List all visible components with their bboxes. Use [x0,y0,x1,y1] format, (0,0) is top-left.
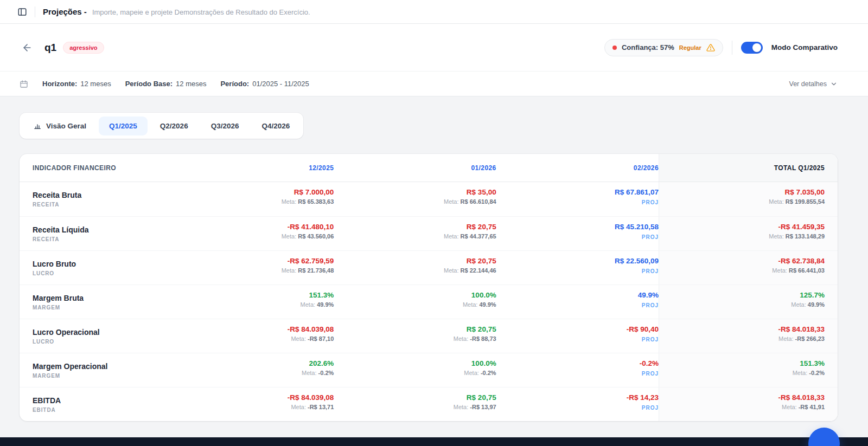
divider [732,41,732,55]
proj-badge: PROJ [496,337,659,342]
details-button[interactable]: Ver detalhes [789,80,838,88]
period-tabs: Visão Geral Q1/2025 Q2/2026 Q3/2026 Q4/2… [20,113,303,139]
tab-q3-2026[interactable]: Q3/2026 [201,117,250,135]
top-bar: Projeções - Importe, mapeie e projete De… [0,0,868,24]
meta-value: -R$ 13,71 [308,404,334,410]
meta-value: -0.2% [481,370,496,376]
indicator-category: RECEITA [33,202,171,208]
cell-value: R$ 20,75 [334,393,496,402]
indicator-cell: Receita Líquida RECEITA [20,219,171,248]
meta-label: Meta: [793,370,808,376]
meta-value: -R$ 41,91 [799,404,825,410]
table-header: INDICADOR FINANCEIRO 12/2025 01/2026 02/… [20,154,838,182]
meta-value: R$ 43.560,06 [298,233,334,240]
value-cell: 49.9% PROJ [496,285,659,319]
meta-line: Meta: -R$ 13,97 [334,404,496,410]
tab-q2-2026[interactable]: Q2/2026 [150,117,199,135]
meta-line: Meta: R$ 43.560,06 [171,233,334,240]
table-row: Receita Bruta RECEITA R$ 7.000,00 Meta: … [20,182,838,216]
confidence-dot-icon [612,46,617,50]
tab-q4-2026[interactable]: Q4/2026 [251,117,300,135]
table-row: Receita Líquida RECEITA -R$ 41.480,10 Me… [20,216,838,250]
meta-line: Meta: 49.9% [334,301,496,308]
indicator-cell: Lucro Operacional LUCRO [20,322,171,351]
meta-label: Meta: [291,404,306,410]
chevron-down-icon [830,80,838,88]
indicator-name: Receita Líquida [33,225,171,234]
value-cell: R$ 45.210,58 PROJ [496,217,659,250]
base-period-label: Período Base: [125,80,173,88]
indicator-name: Margem Operacional [33,362,171,371]
meta-label: Meta: [444,267,459,274]
indicator-name: Margem Bruta [33,294,171,302]
meta-label: Meta: [463,301,478,308]
column-header-month-1: 12/2025 [171,164,334,172]
value-cell: R$ 20,75 Meta: R$ 44.377,65 [334,217,496,250]
value-cell: R$ 7.000,00 Meta: R$ 65.383,63 [171,182,334,216]
fab-button[interactable] [808,428,840,446]
value-cell: R$ 20,75 Meta: R$ 22.144,46 [334,251,496,285]
confidence-label: Confiança: 57% [622,43,674,51]
meta-line: Meta: -R$ 87,10 [171,335,334,342]
confidence-status: Regular [679,44,701,51]
proj-badge: PROJ [496,405,659,411]
value-cell: -0.2% PROJ [496,353,659,387]
cell-value: R$ 67.861,07 [496,188,659,196]
tab-q1-2025[interactable]: Q1/2025 [99,117,148,135]
tab-label: Q1/2025 [109,122,137,130]
value-cell: -R$ 14,23 PROJ [496,387,659,421]
meta-label: Meta: [282,233,297,240]
indicator-cell: Margem Operacional MARGEM [20,356,171,385]
meta-label: Meta: [282,198,297,205]
meta-line: Meta: R$ 44.377,65 [334,233,496,240]
value-cell: 202.6% Meta: -0.2% [171,353,334,387]
meta-label: Meta: [454,335,469,342]
value-cell: 151.3% Meta: 49.9% [171,285,334,319]
horizon-label: Horizonte: [42,80,77,88]
meta-line: Meta: -R$ 41,91 [659,404,825,410]
table-row: EBITDA EBITDA -R$ 84.039,08 Meta: -R$ 13… [20,387,838,421]
table-row: Margem Operacional MARGEM 202.6% Meta: -… [20,353,838,387]
meta-label: Meta: [444,233,459,240]
tab-label: Q2/2026 [160,122,188,130]
value-cell: R$ 35,00 Meta: R$ 66.610,84 [334,182,496,216]
indicator-category: LUCRO [33,339,171,345]
value-cell: 100.0% Meta: 49.9% [334,285,496,319]
indicator-category: MARGEM [33,305,171,311]
base-period-value: 12 meses [176,80,206,88]
main-content: Visão Geral Q1/2025 Q2/2026 Q3/2026 Q4/2… [0,96,868,421]
calendar-icon [20,80,28,88]
meta-value: R$ 66.610,84 [461,198,496,205]
value-cell: 100.0% Meta: -0.2% [334,353,496,387]
value-cell: -R$ 84.018,33 Meta: -R$ 41,91 [659,387,838,421]
back-button[interactable] [20,40,35,55]
value-cell: -R$ 84.018,33 Meta: -R$ 266,23 [659,319,838,353]
meta-label: Meta: [301,301,316,308]
tab-visao-geral[interactable]: Visão Geral [23,116,97,135]
meta-line: Meta: -R$ 266,23 [659,335,825,342]
cell-value: R$ 20,75 [334,325,496,333]
cell-value: -R$ 41.459,35 [659,223,825,231]
cell-value: R$ 22.560,09 [496,257,659,265]
details-label: Ver detalhes [789,80,827,88]
horizon-value: 12 meses [80,80,111,88]
column-header-total: TOTAL Q1/2025 [659,154,838,182]
cell-value: -R$ 14,23 [496,393,659,402]
table-row: Lucro Bruto LUCRO -R$ 62.759,59 Meta: R$… [20,250,838,285]
horizon-item: Horizonte: 12 meses [42,80,111,88]
value-cell: -R$ 84.039,08 Meta: -R$ 13,71 [171,387,334,421]
confidence-pill: Confiança: 57% Regular [604,39,723,56]
sidebar-toggle-icon[interactable] [17,7,27,17]
meta-value: -R$ 266,23 [795,335,825,342]
divider [35,7,35,17]
meta-value: -0.2% [809,370,825,376]
cell-value: -R$ 84.018,33 [659,325,825,333]
comparative-mode-toggle[interactable] [741,42,763,54]
table-row: Lucro Operacional LUCRO -R$ 84.039,08 Me… [20,319,838,353]
meta-value: R$ 44.377,65 [461,233,496,240]
page-subtitle: Importe, mapeie e projete Demonstrações … [92,8,310,16]
cell-value: -R$ 84.039,08 [171,393,334,402]
meta-label: Meta: [772,267,787,274]
proj-badge: PROJ [496,234,659,240]
header-title-group: Projeções - Importe, mapeie e projete De… [43,7,310,16]
